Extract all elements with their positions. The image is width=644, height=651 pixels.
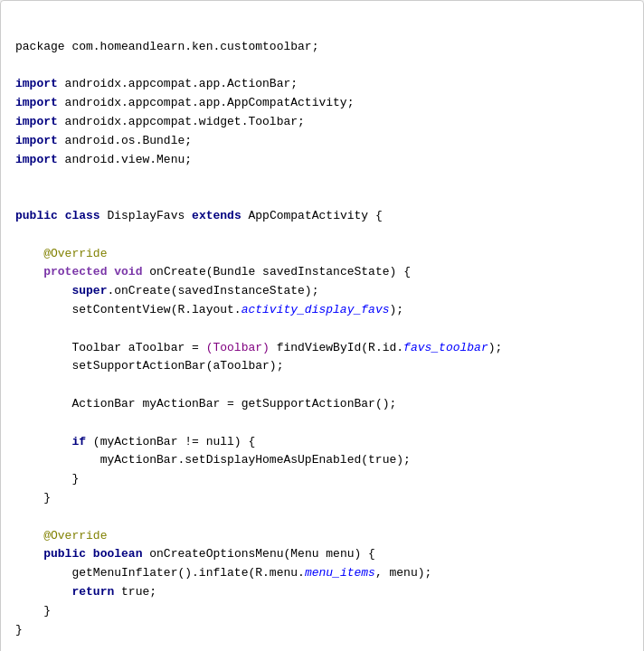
ref-activity-display-favs: activity_display_favs (242, 303, 390, 316)
package-line: package com.homeandlearn.ken.customtoolb… (15, 40, 318, 53)
kw-return: return (71, 585, 114, 599)
cast-toolbar: (Toolbar) (206, 341, 270, 354)
code-editor: package com.homeandlearn.ken.customtoolb… (0, 0, 644, 651)
kw-protected: protected (43, 265, 107, 278)
import-kw-2: import (15, 96, 58, 109)
ref-favs-toolbar: favs_toolbar (403, 341, 488, 354)
ref-menu-items: menu_items (305, 566, 375, 580)
code-content: package com.homeandlearn.ken.customtoolb… (15, 19, 629, 651)
import-kw-3: import (15, 115, 58, 128)
import-kw-5: import (15, 153, 58, 166)
import-kw-4: import (15, 134, 58, 147)
kw-super: super (71, 284, 107, 297)
annotation-override-1: @Override (43, 247, 107, 260)
kw-public-2: public (43, 547, 86, 561)
kw-if: if (71, 435, 86, 448)
annotation-override-2: @Override (43, 529, 107, 542)
import-kw-1: import (15, 77, 58, 90)
kw-public-class: public (15, 209, 58, 222)
